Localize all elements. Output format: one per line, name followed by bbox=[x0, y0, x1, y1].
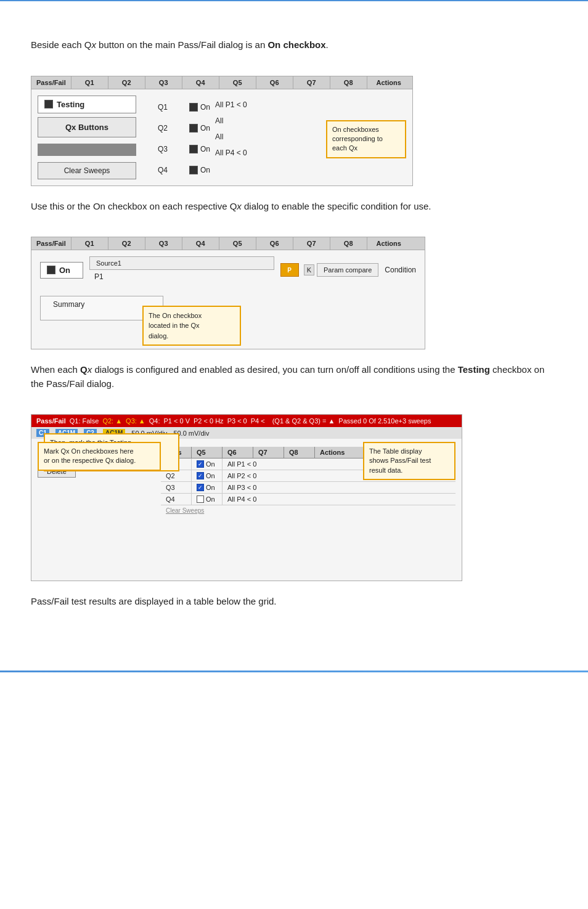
on-item-2: On bbox=[189, 122, 210, 134]
diag1-right-col: All P1 < 0 All All All P4 < 0 bbox=[215, 96, 314, 179]
th-q2: Q2 bbox=[108, 76, 145, 89]
on-checked-3[interactable]: ✓ bbox=[197, 484, 204, 491]
th-q3: Q3 bbox=[145, 76, 182, 89]
diag2-body: On Source1 P1 P K Param compa bbox=[31, 250, 425, 349]
inner-td-allp1: All P1 < 0 bbox=[223, 459, 261, 470]
top-separator bbox=[0, 0, 588, 1]
section3-text: When each Qx dialogs is configured and e… bbox=[31, 363, 557, 391]
last-paragraph: Pass/Fail test results are displayed in … bbox=[31, 595, 557, 609]
th-q7: Q7 bbox=[293, 76, 330, 89]
inner-td-allp3: All P3 < 0 bbox=[223, 482, 261, 493]
on-checkbox-button[interactable]: On bbox=[40, 262, 83, 279]
diag1-left-col: Testing Qx Buttons Clear Sweeps bbox=[38, 96, 136, 179]
on-checkbox-1[interactable] bbox=[189, 103, 198, 112]
diag2-th-q5: Q5 bbox=[219, 237, 256, 250]
on-checkbox-diag2[interactable] bbox=[47, 266, 55, 274]
inner-td-allp2: All P2 < 0 bbox=[223, 470, 261, 481]
diag1-body: Testing Qx Buttons Clear Sweeps Q1 Q2 Q3… bbox=[31, 89, 412, 185]
on-checked-1[interactable]: ✓ bbox=[197, 460, 204, 468]
diag3-passed-label: Passed 0 Of 2.510e+3 sweeps bbox=[338, 417, 431, 425]
inner-td-on3: ✓ On bbox=[192, 482, 223, 493]
testing-checkbox[interactable] bbox=[44, 100, 53, 108]
diag3-p1: P1 < 0 V bbox=[164, 417, 190, 425]
inner-th-q7: Q7 bbox=[253, 447, 284, 458]
source1-area: Source1 bbox=[89, 256, 274, 270]
on-checkbox-4[interactable] bbox=[189, 166, 198, 174]
diag2-th-q4: Q4 bbox=[182, 237, 219, 250]
section2-text: Use this or the On checkbox on each resp… bbox=[31, 200, 557, 214]
inner-td-q2: Q2 bbox=[161, 470, 192, 481]
inner-td-q3: Q3 bbox=[161, 482, 192, 493]
inner-th-q5: Q5 bbox=[192, 447, 223, 458]
on-label-1: On bbox=[206, 460, 215, 468]
qx-buttons[interactable]: Qx Buttons bbox=[38, 117, 136, 137]
diag2-th-q3: Q3 bbox=[145, 237, 182, 250]
diag2-th-q6: Q6 bbox=[256, 237, 293, 250]
diag1-on-col: On On On On bbox=[189, 96, 210, 179]
condition-label: Condition bbox=[385, 266, 416, 274]
diag1-bar bbox=[38, 144, 136, 156]
clear-sweeps-button[interactable]: Clear Sweeps bbox=[38, 162, 136, 179]
k-icon: K bbox=[304, 264, 314, 275]
diagram2: Pass/Fail Q1 Q2 Q3 Q4 Q5 Q6 Q7 Q8 Action… bbox=[31, 237, 425, 349]
on-label-3: On bbox=[206, 484, 215, 491]
th-q4: Q4 bbox=[182, 76, 219, 89]
diag3-p3: P3 < 0 bbox=[227, 417, 247, 425]
clear-sweeps-link[interactable]: Clear Sweeps bbox=[161, 505, 209, 516]
on-checkbox-3[interactable] bbox=[189, 145, 198, 153]
diag2-header: Pass/Fail Q1 Q2 Q3 Q4 Q5 Q6 Q7 Q8 Action… bbox=[31, 237, 425, 250]
on-checked-2[interactable]: ✓ bbox=[197, 472, 204, 479]
diag3-passfail: Pass/Fail bbox=[36, 417, 66, 425]
on-checkbox-2[interactable] bbox=[189, 124, 198, 132]
inner-th-q6: Q6 bbox=[223, 447, 253, 458]
diag3-topbar: Pass/Fail Q1: False Q2: ▲ Q3: ▲ Q4: P1 <… bbox=[31, 415, 462, 427]
diag2-th-actions: Actions bbox=[367, 237, 410, 250]
diag2-th-q7: Q7 bbox=[293, 237, 330, 250]
pk-icon: P bbox=[280, 263, 299, 277]
diag2-top-row: On Source1 P1 P K Param compa bbox=[40, 256, 416, 283]
mark-qx-callout: Mark Qx On checkboxes here or on the res… bbox=[38, 442, 161, 471]
all-p2-label: All bbox=[215, 114, 314, 128]
diag3-p2: P2 < 0 Hz bbox=[194, 417, 224, 425]
diag1-middle-col: Q1 Q2 Q3 Q4 bbox=[141, 96, 184, 179]
inner-th-actions: Actions bbox=[315, 447, 349, 458]
main-content: Beside each Qx button on the main Pass/F… bbox=[0, 20, 588, 646]
diag2-spacer: Source1 P1 bbox=[89, 256, 274, 283]
on-item-4: On bbox=[189, 164, 210, 176]
th-q5: Q5 bbox=[219, 76, 256, 89]
diag3-q4-status: Q4: bbox=[149, 417, 160, 425]
diag2-th-passfail: Pass/Fail bbox=[31, 237, 71, 250]
checkmark-1: ✓ bbox=[198, 461, 203, 467]
testing-label: Testing bbox=[57, 100, 84, 109]
inner-row-sweeps: Clear Sweeps bbox=[161, 505, 455, 516]
inner-th-q8: Q8 bbox=[284, 447, 315, 458]
q1-label: Q1 bbox=[141, 100, 184, 114]
inner-td-on4: On bbox=[192, 494, 223, 505]
diag3-q3-status: Q3: ▲ bbox=[126, 417, 145, 425]
on-unchecked-4[interactable] bbox=[197, 495, 204, 503]
table-display-callout: The Table display shows Pass/Fail test r… bbox=[363, 442, 455, 480]
q3-label: Q3 bbox=[141, 142, 184, 156]
param-compare: Param compare bbox=[317, 263, 378, 277]
diagram1: Pass/Fail Q1 Q2 Q3 Q4 Q5 Q6 Q7 Q8 Action… bbox=[31, 76, 413, 186]
inner-row-3: Q3 ✓ On All P3 < 0 bbox=[161, 482, 455, 494]
all-p4-label: All P4 < 0 bbox=[215, 146, 314, 160]
on-item-1: On bbox=[189, 101, 210, 113]
on-item-3: On bbox=[189, 143, 210, 155]
all-p3-label: All bbox=[215, 130, 314, 144]
testing-button[interactable]: Testing bbox=[38, 96, 136, 113]
all-p1-label: All P1 < 0 bbox=[215, 98, 314, 112]
th-q8: Q8 bbox=[330, 76, 367, 89]
diag3-q1-status: Q1: False bbox=[70, 417, 99, 425]
checkmark-3: ✓ bbox=[198, 484, 203, 491]
diag2-th-q2: Q2 bbox=[108, 237, 145, 250]
inner-row-4: Q4 On All P4 < 0 bbox=[161, 494, 455, 505]
th-q1: Q1 bbox=[71, 76, 108, 89]
inner-td-on1: ✓ On bbox=[192, 459, 223, 470]
q2-label: Q2 bbox=[141, 121, 184, 135]
th-actions: Actions bbox=[367, 76, 410, 89]
diag3-p4: P4 < bbox=[251, 417, 265, 425]
section1-text: Beside each Qx button on the main Pass/F… bbox=[31, 38, 557, 52]
inner-td-allp4: All P4 < 0 bbox=[223, 494, 261, 505]
on-label-2: On bbox=[206, 472, 215, 479]
